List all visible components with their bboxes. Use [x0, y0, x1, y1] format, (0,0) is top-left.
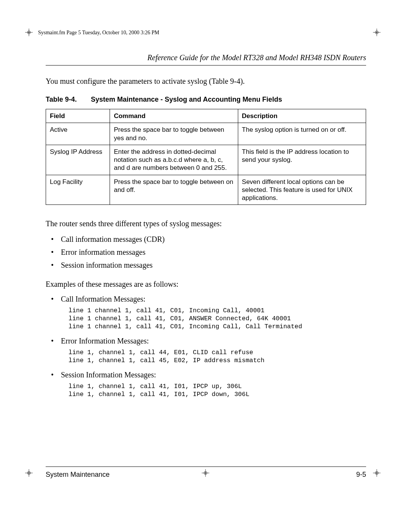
list-item: Call information messages (CDR) — [46, 233, 366, 246]
svg-point-11 — [29, 473, 30, 474]
example-label: Call Information Messages: — [46, 292, 366, 305]
cell-description: Seven different local options can be sel… — [238, 175, 366, 205]
running-header: Sysmaint.fm Page 5 Tuesday, October 10, … — [38, 30, 159, 36]
crop-mark-icon — [373, 29, 381, 36]
table-caption: Table 9-4. System Maintenance - Syslog a… — [46, 96, 366, 104]
table-header-row: Field Command Description — [46, 109, 366, 123]
example-code: line 1 channel 1, call 41, C01, Incoming… — [68, 307, 366, 331]
cell-field: Log Facility — [46, 175, 110, 205]
table-row: Log Facility Press the space bar to togg… — [46, 175, 366, 205]
example-code: line 1, channel 1, call 44, E01, CLID ca… — [68, 349, 366, 364]
svg-point-7 — [376, 32, 378, 33]
list-item: Session information messages — [46, 259, 366, 272]
table-row: Syslog IP Address Enter the address in d… — [46, 145, 366, 175]
svg-point-3 — [29, 32, 30, 33]
cell-command: Press the space bar to toggle between ye… — [110, 123, 238, 145]
page-footer: System Maintenance 9-5 — [46, 466, 366, 479]
table-caption-label: Table 9-4. — [46, 96, 77, 104]
th-field: Field — [46, 109, 110, 123]
document-title: Reference Guide for the Model RT328 and … — [46, 53, 366, 66]
intro-paragraph: You must configure the parameters to act… — [46, 76, 366, 86]
example-block: Call Information Messages: line 1 channe… — [46, 292, 366, 331]
page-content: Reference Guide for the Model RT328 and … — [46, 53, 366, 479]
list-item: Error information messages — [46, 246, 366, 259]
example-block: Session Information Messages: line 1, ch… — [46, 368, 366, 398]
cell-description: This field is the IP address location to… — [238, 145, 366, 175]
footer-page-number: 9-5 — [356, 471, 366, 479]
types-paragraph: The router sends three different types o… — [46, 219, 366, 229]
cell-field: Active — [46, 123, 110, 145]
example-block: Error Information Messages: line 1, chan… — [46, 334, 366, 364]
footer-section: System Maintenance — [46, 471, 110, 479]
crop-mark-icon — [373, 469, 381, 477]
crop-mark-icon — [25, 29, 33, 36]
fields-table: Field Command Description Active Press t… — [46, 109, 366, 205]
table-row: Active Press the space bar to toggle bet… — [46, 123, 366, 145]
table-caption-title: System Maintenance - Syslog and Accounti… — [91, 96, 282, 103]
example-label: Error Information Messages: — [46, 334, 366, 347]
cell-command: Press the space bar to toggle between on… — [110, 175, 238, 205]
cell-description: The syslog option is turned on or off. — [238, 123, 366, 145]
types-list: Call information messages (CDR) Error in… — [46, 233, 366, 272]
th-command: Command — [110, 109, 238, 123]
example-code: line 1, channel 1, call 41, I01, IPCP up… — [68, 383, 366, 398]
cell-field: Syslog IP Address — [46, 145, 110, 175]
example-label: Session Information Messages: — [46, 368, 366, 381]
cell-command: Enter the address in dotted-decimal nota… — [110, 145, 238, 175]
th-description: Description — [238, 109, 366, 123]
svg-point-19 — [376, 473, 378, 474]
examples-paragraph: Examples of these messages are as follow… — [46, 279, 366, 289]
crop-mark-icon — [25, 469, 33, 477]
